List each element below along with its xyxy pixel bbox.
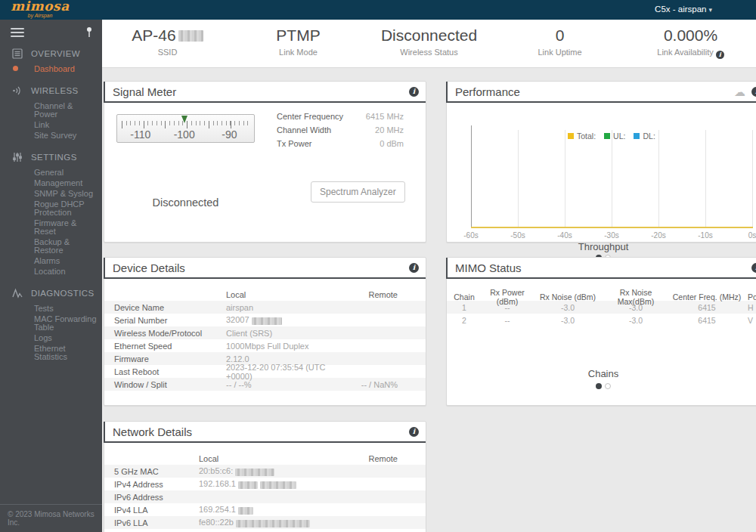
cloud-icon[interactable]: ☁: [734, 87, 745, 97]
sidebar-nav: OVERVIEW Dashboard WIRELESS Channel & Po…: [0, 45, 102, 362]
sidebar-item-logs[interactable]: Logs: [0, 332, 102, 343]
gauge-tick-label: -110: [130, 128, 150, 141]
logo-text: mimosa: [6, 0, 74, 13]
device-details-title: Device Details: [113, 261, 185, 274]
link-uptime-label: Link Uptime: [494, 48, 625, 57]
mimosa-logo: mimosa by Airspan: [6, 0, 74, 18]
legend-dl-label: DL:: [643, 131, 655, 141]
sidebar-item-location[interactable]: Location: [0, 266, 102, 277]
pin-icon[interactable]: [85, 26, 93, 39]
chart-y-axis: [471, 125, 472, 228]
sidebar-item-alarms[interactable]: Alarms: [0, 255, 102, 266]
sidebar-section-label: OVERVIEW: [31, 49, 80, 58]
top-bar: mimosa by Airspan C5x - airspan▾: [0, 0, 756, 20]
info-icon[interactable]: [716, 51, 724, 59]
info-icon[interactable]: [409, 263, 419, 273]
gauge-tick-label: -90: [222, 128, 237, 141]
ssid-label: SSID: [102, 48, 233, 57]
sidebar-item-snmp-syslog[interactable]: SNMP & Syslog: [0, 188, 102, 199]
redacted-ipv4-lla: [238, 507, 253, 515]
table-row: Serial Number 32007: [104, 314, 426, 326]
ssid-value: AP-46: [132, 26, 175, 44]
sidebar-item-link[interactable]: Link: [0, 119, 102, 130]
performance-panel: Performance ☁ Total:: [446, 81, 756, 243]
link-availability-value: 0.000%: [625, 26, 756, 45]
total-series-line: [471, 227, 753, 228]
redacted-serial: [252, 317, 282, 325]
table-header-row: Chain Rx Power (dBm) Rx Noise (dBm) Rx N…: [447, 288, 756, 301]
network-details-title: Network Details: [113, 425, 192, 438]
info-icon[interactable]: [751, 87, 756, 97]
network-details-table: Local Remote 5 GHz MAC 20:b5:c6: IPv4 Ad…: [104, 452, 426, 532]
table-row: IPv4 LLA 169.254.1: [104, 503, 426, 516]
chevron-down-icon: ▾: [708, 6, 712, 14]
detail-label: Center Frequency: [277, 112, 343, 121]
sidebar-item-backup-restore[interactable]: Backup & Restore: [0, 237, 102, 255]
detail-label: Channel Width: [277, 125, 331, 135]
x-tick: -60s: [456, 231, 486, 240]
throughput-chart: Total: UL: DL: -60s -50s -40s -30s -20s …: [447, 103, 756, 243]
device-selector-label: C5x - airspan: [655, 5, 706, 14]
hamburger-menu-icon[interactable]: [11, 26, 24, 39]
detail-value: 0 dBm: [380, 139, 404, 148]
link-uptime-value: 0: [494, 26, 625, 45]
sidebar-item-channel-power[interactable]: Channel & Power: [0, 101, 102, 119]
gauge-needle-icon: [181, 116, 187, 123]
stat-link-mode: PTMP Link Mode: [233, 20, 364, 67]
sidebar-section-label: DIAGNOSTICS: [31, 289, 94, 298]
info-icon[interactable]: [409, 427, 419, 437]
wireless-status-label: Wireless Status: [364, 48, 494, 57]
chains-label: Chains: [447, 368, 756, 379]
x-tick: -10s: [690, 231, 720, 240]
sidebar-section-label: SETTINGS: [31, 153, 77, 162]
throughput-label: Throughput: [447, 241, 756, 252]
x-tick: -50s: [503, 231, 533, 240]
x-tick: -30s: [596, 231, 627, 240]
table-row: mDNS Address device-46: [104, 529, 426, 532]
carousel-dot[interactable]: [605, 383, 611, 389]
signal-icon: [12, 85, 23, 96]
sidebar-section-settings-header[interactable]: SETTINGS: [0, 149, 102, 165]
table-header-row: Local Remote: [104, 288, 426, 301]
redacted-mac: [235, 469, 274, 476]
sidebar-item-mac-forwarding[interactable]: MAC Forwarding Table: [0, 314, 102, 332]
sidebar-item-site-survey[interactable]: Site Survey: [0, 130, 102, 141]
info-icon[interactable]: [751, 263, 756, 273]
table-row: 1 -- -3.0 -3.0 6415 H: [447, 301, 756, 314]
status-bar: AP-46 SSID PTMP Link Mode Disconnected W…: [102, 20, 756, 68]
sidebar-section-overview-header[interactable]: OVERVIEW: [0, 45, 102, 62]
sidebar-item-dashboard[interactable]: Dashboard: [0, 63, 102, 74]
copyright-text: © 2023 Mimosa Networks Inc.: [8, 510, 102, 527]
info-icon[interactable]: [409, 87, 419, 97]
sidebar-item-management[interactable]: Management: [0, 178, 102, 188]
sidebar-item-general[interactable]: General: [0, 167, 102, 178]
network-details-panel: Network Details Local Remote 5 GHz MAC 2…: [104, 421, 426, 532]
detail-label: Tx Power: [277, 139, 311, 148]
table-header-row: Local Remote: [104, 452, 426, 465]
redacted-ipv6-lla: [236, 520, 310, 527]
device-details-table: Local Remote Device Name airspan Serial …: [104, 288, 426, 391]
signal-details: Center Frequency6415 MHz Channel Width20…: [277, 112, 404, 153]
sidebar-section-wireless-header[interactable]: WIRELESS: [0, 82, 102, 99]
wireless-status-value: Disconnected: [364, 26, 494, 45]
sidebar-item-ethernet-stats[interactable]: Ethernet Statistics: [0, 343, 102, 362]
table-row: Wireless Mode/Protocol Client (SRS): [104, 326, 426, 339]
sidebar-item-firmware-reset[interactable]: Firmware & Reset: [0, 218, 102, 237]
sidebar-section-diagnostics: DIAGNOSTICS Tests MAC Forwarding Table L…: [0, 285, 102, 362]
x-tick: -40s: [550, 231, 580, 240]
sidebar-item-tests[interactable]: Tests: [0, 303, 102, 314]
local-column-header: Local: [226, 290, 337, 299]
table-row: 5 GHz MAC 20:b5:c6:: [104, 465, 426, 478]
device-selector[interactable]: C5x - airspan▾: [655, 5, 712, 14]
sidebar: OVERVIEW Dashboard WIRELESS Channel & Po…: [0, 20, 102, 532]
spectrum-analyzer-button[interactable]: Spectrum Analyzer: [311, 181, 405, 203]
sidebar-footer-divider: [0, 504, 102, 505]
sidebar-item-rogue-dhcp[interactable]: Rogue DHCP Protection: [0, 199, 102, 218]
sidebar-section-diagnostics-header[interactable]: DIAGNOSTICS: [0, 285, 102, 302]
carousel-dot-active[interactable]: [596, 383, 602, 389]
stat-link-uptime: 0 Link Uptime: [494, 20, 625, 67]
table-row: Last Reboot 2023-12-20 07:35:54 (UTC +00…: [104, 365, 426, 378]
x-tick: -20s: [643, 231, 674, 240]
table-row: Window / Split -- / --% -- / NaN%: [104, 378, 426, 391]
redacted-ssid: [178, 30, 203, 42]
